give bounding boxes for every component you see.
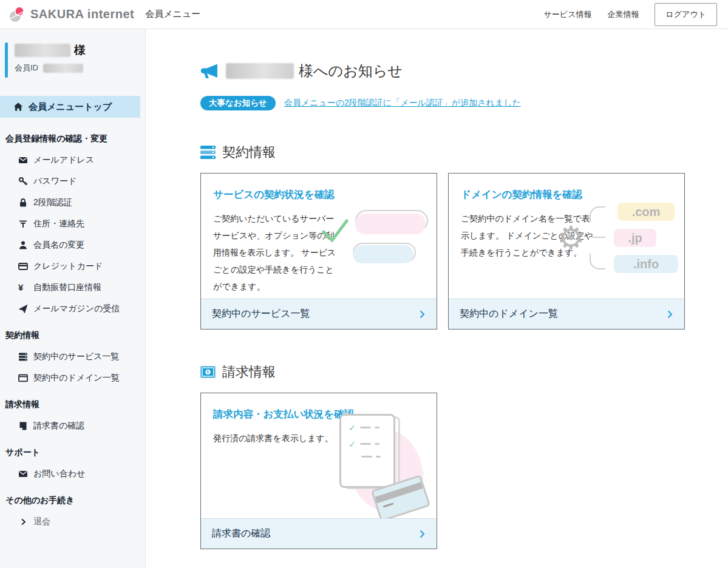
sidebar-item-contact[interactable]: お問い合わせ	[0, 468, 145, 479]
card-title: ドメインの契約情報を確認	[461, 188, 672, 201]
sidebar-item-bank-transfer[interactable]: ¥ 自動振替口座情報	[0, 282, 145, 293]
yen-icon: ¥	[18, 283, 28, 292]
sidebar-item-label: クレジットカード	[33, 261, 103, 272]
announcement-heading-text: 様へのお知らせ	[299, 61, 403, 81]
announcement-heading: 様へのお知らせ	[200, 61, 728, 81]
card-footer-label: 契約中のサービス一覧	[212, 308, 310, 320]
app-title: 会員メニュー	[145, 8, 200, 20]
mail-icon	[18, 469, 28, 479]
card-body: 発行済の請求書を表示します。	[213, 430, 341, 447]
card-title: サービスの契約状況を確認	[213, 188, 424, 201]
sidebar-item-credit-card[interactable]: クレジットカード	[0, 261, 145, 272]
sidebar-item-label: パスワード	[33, 176, 77, 187]
logo-text: SAKURA internet	[30, 7, 134, 21]
sidebar-item-label: 請求書の確認	[33, 421, 84, 431]
credit-card-illustration	[371, 475, 430, 522]
postal-mark-icon	[18, 219, 28, 229]
user-name-suffix: 様	[74, 42, 86, 58]
sidebar-item-mail-magazine[interactable]: メールマガジンの受信	[0, 303, 145, 314]
card-footer-label: 請求書の確認	[212, 527, 270, 540]
megaphone-icon	[200, 63, 219, 79]
sidebar-item-two-factor-auth[interactable]: 2段階認証	[0, 197, 145, 208]
sidebar-section-other-procedures: その他のお手続き	[0, 495, 145, 506]
lock-icon	[18, 198, 28, 208]
sidebar-item-label: 会員名の変更	[33, 240, 84, 251]
sidebar-item-email[interactable]: メールアドレス	[0, 155, 145, 166]
tld-jp-label: .jp	[614, 229, 656, 247]
sidebar-item-withdrawal[interactable]: 退会	[0, 516, 145, 527]
nav-link-company-info[interactable]: 企業情報	[607, 9, 639, 20]
sidebar-item-label: 自動振替口座情報	[33, 282, 101, 293]
server-stack-icon	[200, 146, 216, 159]
sidebar-item-label: 契約中のドメイン一覧	[33, 373, 120, 384]
nav-link-service-info[interactable]: サービス情報	[544, 9, 592, 20]
tld-com-label: .com	[617, 203, 675, 221]
credit-card-icon	[18, 262, 28, 271]
sidebar-item-label: 会員メニュートップ	[29, 101, 112, 113]
home-icon	[13, 102, 23, 112]
server-stack-icon	[18, 352, 28, 362]
announcement-link[interactable]: 会員メニューの2段階認証に「メール認証」が追加されました	[284, 98, 521, 109]
header-nav: サービス情報 企業情報 ログアウト	[544, 3, 717, 26]
sidebar-item-label: 2段階認証	[33, 197, 72, 208]
redacted-member-id	[43, 64, 83, 73]
logout-button[interactable]: ログアウト	[655, 3, 717, 26]
service-contract-card: サービスの契約状況を確認 ご契約いただいているサーバーサービスや、オプション等の…	[200, 173, 437, 330]
redacted-user-name	[226, 63, 294, 79]
member-id-label: 会員ID	[15, 63, 38, 73]
sidebar-item-address[interactable]: 住所・連絡先	[0, 218, 145, 229]
sidebar-item-service-list[interactable]: 契約中のサービス一覧	[0, 351, 145, 362]
redacted-user-name	[15, 44, 70, 57]
sidebar-item-invoice-check[interactable]: 請求書の確認	[0, 421, 145, 431]
sidebar-item-label: メールアドレス	[33, 155, 94, 166]
sidebar-item-domain-list[interactable]: 契約中のドメイン一覧	[0, 373, 145, 384]
sakura-logo-icon	[9, 6, 26, 23]
key-icon	[18, 177, 28, 186]
card-body: ご契約いただいているサーバーサービスや、オプション等の利用情報を表示します。 サ…	[213, 210, 341, 295]
banknote-icon	[200, 365, 216, 379]
chevron-right-icon	[665, 309, 675, 319]
sidebar-section-member-info: 会員登録情報の確認・変更	[0, 134, 145, 144]
sidebar-item-label: 住所・連絡先	[33, 218, 84, 229]
invoice-icon	[18, 421, 28, 431]
invoice-check-link[interactable]: 請求書の確認	[201, 518, 437, 549]
billing-section-heading: 請求情報	[200, 363, 728, 380]
person-icon	[18, 240, 28, 250]
card-body: ご契約中のドメイン名を一覧で表示します。 ドメインごとの設定や手続きを行うことが…	[461, 210, 597, 261]
contract-section-heading: 契約情報	[200, 144, 728, 161]
user-accent-bar	[5, 42, 8, 78]
sidebar-item-password[interactable]: パスワード	[0, 176, 145, 187]
sidebar-item-label: 退会	[33, 516, 50, 527]
chevron-right-icon	[417, 529, 427, 539]
sidebar-item-member-name[interactable]: 会員名の変更	[0, 240, 145, 251]
sidebar-item-label: お問い合わせ	[33, 468, 85, 479]
sidebar-section-billing-info: 請求情報	[0, 399, 145, 410]
sidebar-item-member-menu-top[interactable]: 会員メニュートップ	[0, 96, 140, 118]
service-list-link[interactable]: 契約中のサービス一覧	[201, 299, 437, 329]
sidebar-section-support: サポート	[0, 447, 145, 458]
card-title: 請求内容・お支払い状況を確認	[213, 408, 424, 421]
user-block: 様 会員ID	[0, 41, 145, 84]
tld-info-label: .info	[614, 255, 678, 273]
chevron-right-icon	[417, 309, 427, 319]
section-title: 契約情報	[222, 143, 276, 161]
mail-icon	[18, 155, 28, 165]
sidebar: 様 会員ID 会員メニュートップ 会員登録情報の確認・変更 メールアドレス	[0, 29, 146, 568]
chevron-right-icon	[18, 517, 28, 527]
domain-contract-card: ドメインの契約情報を確認 ご契約中のドメイン名を一覧で表示します。 ドメインごと…	[448, 173, 685, 330]
sidebar-section-contract-info: 契約情報	[0, 330, 145, 341]
billing-card: 請求内容・お支払い状況を確認 発行済の請求書を表示します。 ✓ ✓	[200, 393, 437, 549]
top-header: SAKURA internet 会員メニュー サービス情報 企業情報 ログアウト	[0, 0, 728, 29]
main-content: 様へのお知らせ 大事なお知らせ 会員メニューの2段階認証に「メール認証」が追加さ…	[146, 29, 728, 568]
domain-list-link[interactable]: 契約中のドメイン一覧	[449, 299, 684, 329]
paper-plane-icon	[18, 304, 28, 314]
important-notice-badge: 大事なお知らせ	[200, 96, 276, 111]
card-footer-label: 契約中のドメイン一覧	[460, 308, 558, 320]
sidebar-item-label: メールマガジンの受信	[33, 303, 120, 314]
section-title: 請求情報	[222, 363, 276, 381]
browser-window-icon	[18, 373, 28, 383]
announcement-row: 大事なお知らせ 会員メニューの2段階認証に「メール認証」が追加されました	[200, 95, 728, 111]
sidebar-item-label: 契約中のサービス一覧	[33, 351, 119, 362]
